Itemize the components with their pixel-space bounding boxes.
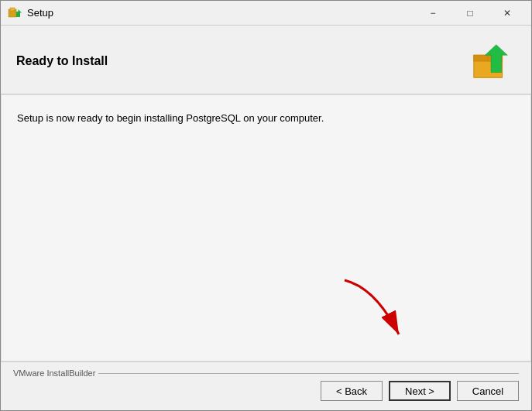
close-button[interactable]: ✕ [489,2,525,25]
footer-section: VMware InstallBuilder < Back Next > Canc… [1,361,531,410]
maximize-button[interactable]: □ [452,2,488,25]
page-title: Ready to Install [16,54,108,68]
arrow-indicator [329,272,422,353]
separator-line [98,373,519,374]
svg-marker-3 [19,9,22,13]
header-section: Ready to Install [1,26,531,94]
install-icon [469,38,516,84]
window-controls: − □ ✕ [415,2,525,25]
minimize-button[interactable]: − [415,2,451,25]
branding-line: VMware InstallBuilder [13,368,519,378]
button-row: < Back Next > Cancel [13,378,519,404]
title-bar: Setup − □ ✕ [1,1,531,26]
app-icon [7,5,22,21]
svg-rect-1 [10,8,15,11]
branding-text: VMware InstallBuilder [13,368,95,378]
next-button[interactable]: Next > [389,381,451,401]
cancel-button[interactable]: Cancel [457,381,519,401]
window-title: Setup [27,7,415,19]
back-button[interactable]: < Back [321,381,383,401]
setup-window: Setup − □ ✕ Ready to Install Setup is no… [0,0,532,411]
main-content: Setup is now ready to begin installing P… [1,94,531,361]
install-message: Setup is now ready to begin installing P… [17,111,515,126]
